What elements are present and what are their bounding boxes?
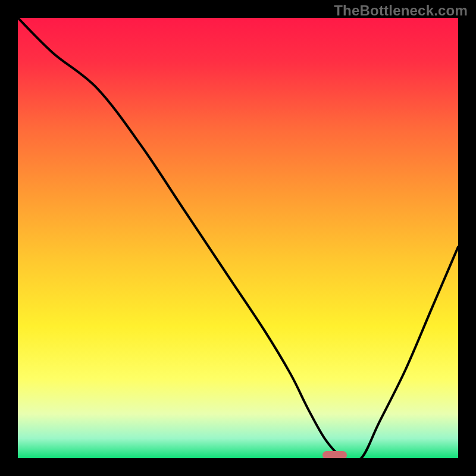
gradient-background [18, 18, 458, 458]
optimal-marker [322, 451, 347, 458]
plot-svg [18, 18, 458, 458]
plot-area [18, 18, 458, 458]
watermark-text: TheBottleneck.com [334, 2, 468, 19]
chart-frame: TheBottleneck.com [0, 0, 476, 476]
